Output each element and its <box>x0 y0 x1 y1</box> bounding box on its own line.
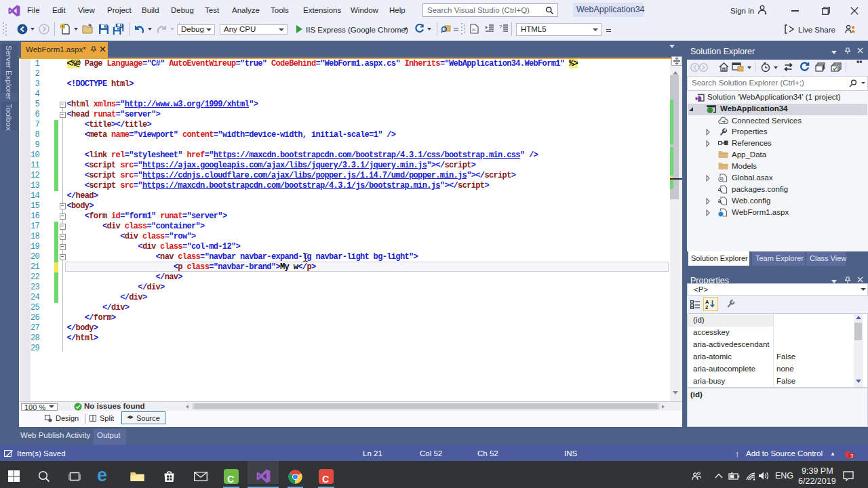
svg-text:?: ? <box>499 24 502 30</box>
svg-text:Z: Z <box>705 304 709 309</box>
svg-text:3: 3 <box>850 453 854 459</box>
